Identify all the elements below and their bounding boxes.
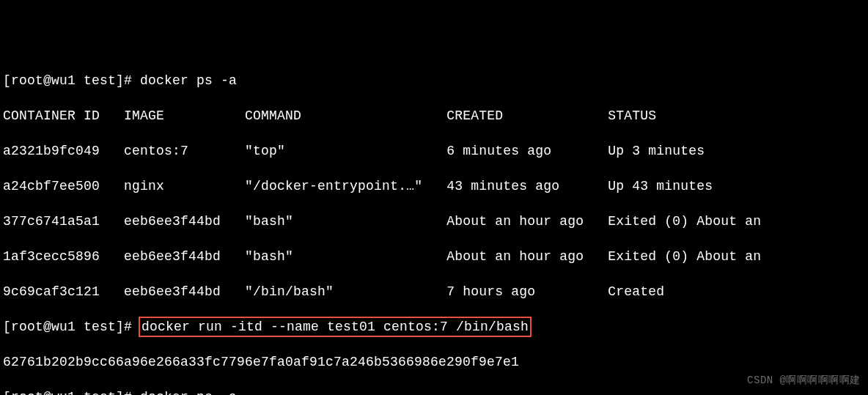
cell: About an hour ago [446,214,584,229]
cell: 6 minutes ago [446,144,551,158]
cell: Created [608,284,664,299]
cell: Up 3 minutes [608,144,705,158]
table-header: CONTAINER ID IMAGE COMMAND CREATED STATU… [3,107,865,125]
command[interactable]: docker ps -a [140,390,237,395]
watermark: CSDN @啊啊啊啊啊啊建 [747,372,861,389]
cell: a2321b9fc049 [3,144,100,158]
cell: "/docker-entrypoint.…" [245,179,422,193]
cell: "bash" [245,214,293,229]
cell: eeb6ee3f44bd [124,249,221,264]
cell: centos:7 [124,144,188,158]
table-row: 377c6741a5a1 eeb6ee3f44bd "bash" About a… [3,213,865,230]
cell: a24cbf7ee500 [3,179,100,193]
header-command: COMMAND [245,108,301,123]
command[interactable]: docker run -itd --name test01 centos:7 /… [141,320,529,334]
cell: Exited (0) About an [608,214,761,229]
cell: 9c69caf3c121 [3,284,100,299]
cell: 7 hours ago [446,284,535,299]
cell: Up 43 minutes [608,179,713,193]
prompt: [root@wu1 test]# [3,390,140,395]
cell: About an hour ago [446,249,584,264]
prompt-line: [root@wu1 test]# docker run -itd --name … [3,318,865,336]
highlight-run-command: docker run -itd --name test01 centos:7 /… [139,317,532,337]
cell: Exited (0) About an [608,249,761,264]
header-image: IMAGE [124,108,164,123]
cell: 1af3cecc5896 [3,249,100,264]
cell: "/bin/bash" [245,284,334,299]
prompt-line: [root@wu1 test]# docker ps -a [3,72,865,89]
cell: eeb6ee3f44bd [124,284,221,299]
prompt: [root@wu1 test]# [3,320,140,334]
cell: 377c6741a5a1 [3,214,100,229]
table-row: 9c69caf3c121 eeb6ee3f44bd "/bin/bash" 7 … [3,283,865,300]
header-status: STATUS [608,108,656,123]
table-row: a24cbf7ee500 nginx "/docker-entrypoint.…… [3,177,865,195]
table-row: a2321b9fc049 centos:7 "top" 6 minutes ag… [3,142,865,160]
prompt-line: [root@wu1 test]# docker ps -a [3,388,865,395]
cell: "top" [245,144,285,158]
command[interactable]: docker ps -a [140,73,237,88]
header-created: CREATED [446,108,503,123]
header-id: CONTAINER ID [3,108,100,123]
cell: eeb6ee3f44bd [124,214,221,229]
cell: nginx [124,179,164,193]
run-output: 62761b202b9cc66a96e266a33fc7796e7fa0af91… [3,353,865,371]
prompt: [root@wu1 test]# [3,73,140,88]
cell: 43 minutes ago [446,179,559,193]
table-row: 1af3cecc5896 eeb6ee3f44bd "bash" About a… [3,248,865,265]
cell: "bash" [245,249,293,264]
